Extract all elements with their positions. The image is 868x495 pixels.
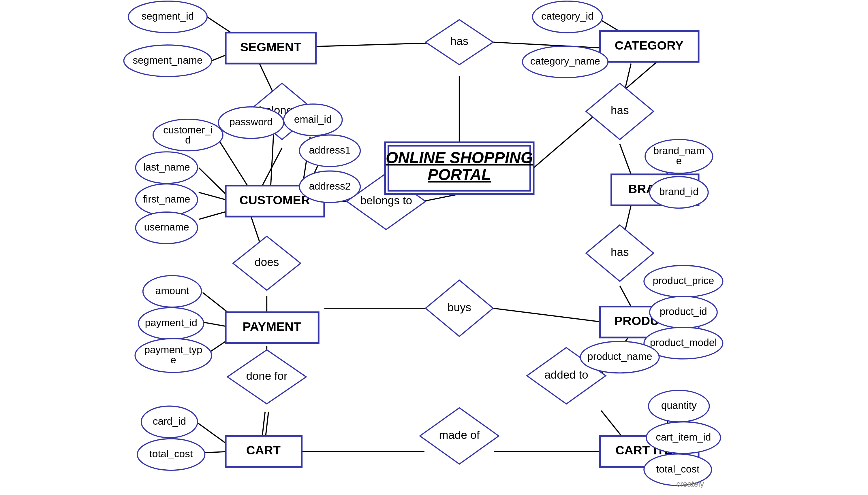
line-category-has [493, 42, 600, 48]
portal-label-line2: PORTAL [428, 166, 491, 184]
line-belongs-portal [423, 194, 459, 201]
portal-label-line1: ONLINE SHOPPING [386, 149, 533, 167]
attr-address2-label: address2 [309, 181, 351, 192]
attr-username-label: username [144, 221, 189, 233]
attr-first-name-label: first_name [143, 193, 190, 205]
line-addedto-cartitem [601, 411, 621, 436]
relation-has-brand-label: has [611, 246, 629, 258]
entity-customer-label: CUSTOMER [239, 193, 310, 207]
watermark: creately [676, 479, 704, 489]
relation-added-to-label: added to [544, 369, 588, 381]
line-donefor-cart2 [266, 412, 268, 436]
attr-address1-label: address1 [309, 144, 351, 156]
attr-category-id-label: category_id [541, 11, 594, 22]
line-cardid [195, 421, 227, 444]
attr-brand-name-label1: brand_nam [653, 145, 704, 156]
relation-does-label: does [255, 256, 279, 268]
line-pass [271, 134, 274, 186]
relation-buys-label: buys [447, 301, 471, 313]
relation-has-top-label: has [450, 35, 468, 47]
line-hascat-brands [620, 144, 631, 174]
attr-card-id-label: card_id [153, 415, 186, 427]
attr-total-cost-ci-label: total_cost [656, 463, 700, 475]
attr-segment-name-label: segment_name [133, 54, 203, 66]
line-hasbrand-products [620, 286, 631, 307]
relation-belongs-to-label: belongs to [360, 194, 412, 207]
entity-segment-label: SEGMENT [240, 40, 301, 54]
attr-total-cost-cart-label: total_cost [149, 448, 193, 459]
entity-cart-label: CART [246, 443, 281, 457]
attr-product-price-label: product_price [653, 275, 714, 286]
attr-brand-id-label: brand_id [659, 186, 699, 197]
attr-cart-item-id-label: cart_item_id [656, 431, 711, 443]
attr-segment-id-label: segment_id [142, 11, 194, 22]
attr-password-label: password [229, 116, 273, 127]
line-username [199, 211, 228, 219]
line-firstname [199, 192, 226, 200]
line-custid [218, 139, 251, 191]
attr-payment-type-label1: payment_typ [145, 344, 202, 355]
attr-customer-id-label-line1: customer_i [163, 124, 213, 135]
attr-brand-name-label2: e [676, 155, 682, 166]
attr-payment-id-label: payment_id [145, 317, 197, 328]
attr-payment-type-label2: e [170, 354, 176, 365]
attr-amount-label: amount [155, 285, 189, 296]
er-diagram: has belong to belongs to does done for h… [0, 0, 868, 495]
attr-product-model-label: product_model [650, 337, 717, 348]
line-lastname [199, 168, 226, 194]
entity-payment-label: PAYMENT [243, 320, 301, 334]
attr-quantity-label: quantity [661, 399, 697, 411]
line-totalcost [202, 452, 226, 453]
attr-email-id-label: email_id [294, 114, 332, 125]
relation-made-of-label: made of [439, 429, 479, 441]
attr-product-id-label: product_id [660, 306, 707, 317]
attr-last-name-label: last_name [143, 161, 190, 173]
entity-category-label: CATEGORY [615, 38, 684, 52]
line-buys-products [493, 308, 600, 322]
relation-done-for-label: done for [246, 370, 288, 382]
attr-category-name-label: category_name [530, 56, 600, 67]
relation-has-cat-label: has [611, 104, 629, 116]
attr-product-name-label: product_name [587, 351, 652, 362]
line-donefor-cart1 [262, 412, 265, 436]
attr-customer-id-label-line2: d [185, 134, 191, 146]
